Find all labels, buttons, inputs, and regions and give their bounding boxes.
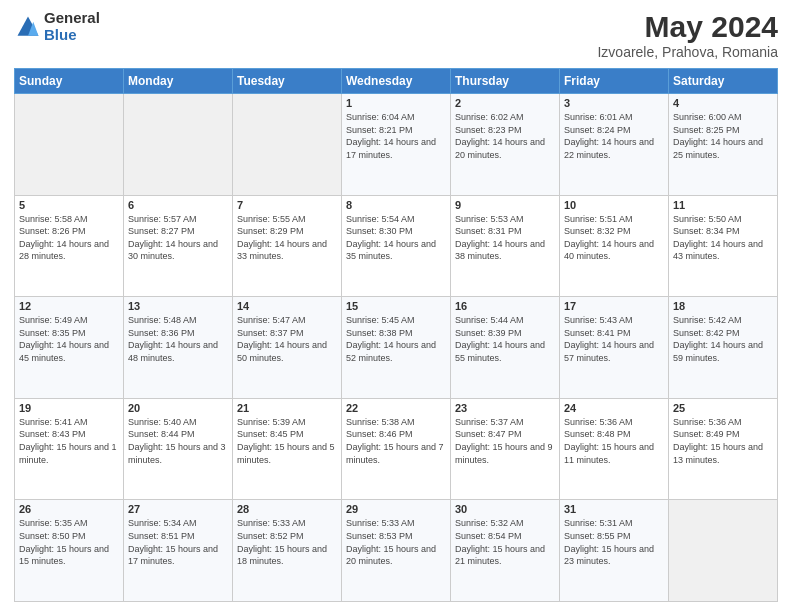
table-row: 26Sunrise: 5:35 AM Sunset: 8:50 PM Dayli… xyxy=(15,500,124,602)
day-info: Sunrise: 5:50 AM Sunset: 8:34 PM Dayligh… xyxy=(673,213,773,263)
table-row: 19Sunrise: 5:41 AM Sunset: 8:43 PM Dayli… xyxy=(15,398,124,500)
table-row: 20Sunrise: 5:40 AM Sunset: 8:44 PM Dayli… xyxy=(124,398,233,500)
table-row: 4Sunrise: 6:00 AM Sunset: 8:25 PM Daylig… xyxy=(669,94,778,196)
table-row xyxy=(669,500,778,602)
table-row: 14Sunrise: 5:47 AM Sunset: 8:37 PM Dayli… xyxy=(233,297,342,399)
table-row: 27Sunrise: 5:34 AM Sunset: 8:51 PM Dayli… xyxy=(124,500,233,602)
day-number: 8 xyxy=(346,199,446,211)
day-number: 16 xyxy=(455,300,555,312)
table-row: 13Sunrise: 5:48 AM Sunset: 8:36 PM Dayli… xyxy=(124,297,233,399)
day-info: Sunrise: 5:35 AM Sunset: 8:50 PM Dayligh… xyxy=(19,517,119,567)
table-row: 5Sunrise: 5:58 AM Sunset: 8:26 PM Daylig… xyxy=(15,195,124,297)
day-info: Sunrise: 5:31 AM Sunset: 8:55 PM Dayligh… xyxy=(564,517,664,567)
col-friday: Friday xyxy=(560,69,669,94)
day-number: 12 xyxy=(19,300,119,312)
calendar-week-row: 26Sunrise: 5:35 AM Sunset: 8:50 PM Dayli… xyxy=(15,500,778,602)
table-row: 17Sunrise: 5:43 AM Sunset: 8:41 PM Dayli… xyxy=(560,297,669,399)
day-number: 28 xyxy=(237,503,337,515)
table-row: 11Sunrise: 5:50 AM Sunset: 8:34 PM Dayli… xyxy=(669,195,778,297)
table-row: 9Sunrise: 5:53 AM Sunset: 8:31 PM Daylig… xyxy=(451,195,560,297)
day-info: Sunrise: 6:04 AM Sunset: 8:21 PM Dayligh… xyxy=(346,111,446,161)
day-info: Sunrise: 5:34 AM Sunset: 8:51 PM Dayligh… xyxy=(128,517,228,567)
table-row: 3Sunrise: 6:01 AM Sunset: 8:24 PM Daylig… xyxy=(560,94,669,196)
day-number: 17 xyxy=(564,300,664,312)
day-number: 20 xyxy=(128,402,228,414)
day-info: Sunrise: 5:48 AM Sunset: 8:36 PM Dayligh… xyxy=(128,314,228,364)
logo-text: General Blue xyxy=(44,10,100,43)
day-number: 26 xyxy=(19,503,119,515)
table-row: 30Sunrise: 5:32 AM Sunset: 8:54 PM Dayli… xyxy=(451,500,560,602)
subtitle: Izvoarele, Prahova, Romania xyxy=(597,44,778,60)
table-row: 16Sunrise: 5:44 AM Sunset: 8:39 PM Dayli… xyxy=(451,297,560,399)
table-row: 24Sunrise: 5:36 AM Sunset: 8:48 PM Dayli… xyxy=(560,398,669,500)
day-number: 31 xyxy=(564,503,664,515)
table-row: 18Sunrise: 5:42 AM Sunset: 8:42 PM Dayli… xyxy=(669,297,778,399)
day-info: Sunrise: 5:45 AM Sunset: 8:38 PM Dayligh… xyxy=(346,314,446,364)
day-info: Sunrise: 5:54 AM Sunset: 8:30 PM Dayligh… xyxy=(346,213,446,263)
col-monday: Monday xyxy=(124,69,233,94)
header: General Blue May 2024 Izvoarele, Prahova… xyxy=(14,10,778,60)
title-block: May 2024 Izvoarele, Prahova, Romania xyxy=(597,10,778,60)
table-row: 22Sunrise: 5:38 AM Sunset: 8:46 PM Dayli… xyxy=(342,398,451,500)
day-number: 6 xyxy=(128,199,228,211)
day-number: 2 xyxy=(455,97,555,109)
calendar-week-row: 19Sunrise: 5:41 AM Sunset: 8:43 PM Dayli… xyxy=(15,398,778,500)
day-info: Sunrise: 5:53 AM Sunset: 8:31 PM Dayligh… xyxy=(455,213,555,263)
table-row: 1Sunrise: 6:04 AM Sunset: 8:21 PM Daylig… xyxy=(342,94,451,196)
day-number: 27 xyxy=(128,503,228,515)
table-row: 10Sunrise: 5:51 AM Sunset: 8:32 PM Dayli… xyxy=(560,195,669,297)
calendar-table: Sunday Monday Tuesday Wednesday Thursday… xyxy=(14,68,778,602)
table-row: 28Sunrise: 5:33 AM Sunset: 8:52 PM Dayli… xyxy=(233,500,342,602)
day-number: 18 xyxy=(673,300,773,312)
table-row: 7Sunrise: 5:55 AM Sunset: 8:29 PM Daylig… xyxy=(233,195,342,297)
day-number: 11 xyxy=(673,199,773,211)
day-info: Sunrise: 5:36 AM Sunset: 8:48 PM Dayligh… xyxy=(564,416,664,466)
day-info: Sunrise: 5:44 AM Sunset: 8:39 PM Dayligh… xyxy=(455,314,555,364)
table-row: 8Sunrise: 5:54 AM Sunset: 8:30 PM Daylig… xyxy=(342,195,451,297)
table-row: 23Sunrise: 5:37 AM Sunset: 8:47 PM Dayli… xyxy=(451,398,560,500)
page: General Blue May 2024 Izvoarele, Prahova… xyxy=(0,0,792,612)
logo-icon xyxy=(14,13,42,41)
day-info: Sunrise: 5:49 AM Sunset: 8:35 PM Dayligh… xyxy=(19,314,119,364)
table-row: 6Sunrise: 5:57 AM Sunset: 8:27 PM Daylig… xyxy=(124,195,233,297)
day-number: 25 xyxy=(673,402,773,414)
day-number: 10 xyxy=(564,199,664,211)
day-info: Sunrise: 5:51 AM Sunset: 8:32 PM Dayligh… xyxy=(564,213,664,263)
logo-general-text: General xyxy=(44,10,100,27)
day-info: Sunrise: 5:58 AM Sunset: 8:26 PM Dayligh… xyxy=(19,213,119,263)
day-info: Sunrise: 5:39 AM Sunset: 8:45 PM Dayligh… xyxy=(237,416,337,466)
day-info: Sunrise: 5:43 AM Sunset: 8:41 PM Dayligh… xyxy=(564,314,664,364)
day-number: 7 xyxy=(237,199,337,211)
logo-blue-text: Blue xyxy=(44,27,100,44)
day-info: Sunrise: 5:38 AM Sunset: 8:46 PM Dayligh… xyxy=(346,416,446,466)
table-row xyxy=(124,94,233,196)
calendar-week-row: 1Sunrise: 6:04 AM Sunset: 8:21 PM Daylig… xyxy=(15,94,778,196)
calendar-week-row: 5Sunrise: 5:58 AM Sunset: 8:26 PM Daylig… xyxy=(15,195,778,297)
day-number: 4 xyxy=(673,97,773,109)
day-number: 24 xyxy=(564,402,664,414)
calendar-week-row: 12Sunrise: 5:49 AM Sunset: 8:35 PM Dayli… xyxy=(15,297,778,399)
calendar-header-row: Sunday Monday Tuesday Wednesday Thursday… xyxy=(15,69,778,94)
col-tuesday: Tuesday xyxy=(233,69,342,94)
col-saturday: Saturday xyxy=(669,69,778,94)
day-info: Sunrise: 5:57 AM Sunset: 8:27 PM Dayligh… xyxy=(128,213,228,263)
table-row: 21Sunrise: 5:39 AM Sunset: 8:45 PM Dayli… xyxy=(233,398,342,500)
col-sunday: Sunday xyxy=(15,69,124,94)
table-row: 15Sunrise: 5:45 AM Sunset: 8:38 PM Dayli… xyxy=(342,297,451,399)
table-row: 29Sunrise: 5:33 AM Sunset: 8:53 PM Dayli… xyxy=(342,500,451,602)
day-number: 30 xyxy=(455,503,555,515)
day-info: Sunrise: 6:02 AM Sunset: 8:23 PM Dayligh… xyxy=(455,111,555,161)
logo: General Blue xyxy=(14,10,100,43)
day-number: 3 xyxy=(564,97,664,109)
day-number: 1 xyxy=(346,97,446,109)
main-title: May 2024 xyxy=(597,10,778,44)
day-number: 21 xyxy=(237,402,337,414)
day-info: Sunrise: 6:00 AM Sunset: 8:25 PM Dayligh… xyxy=(673,111,773,161)
col-wednesday: Wednesday xyxy=(342,69,451,94)
day-number: 15 xyxy=(346,300,446,312)
table-row: 25Sunrise: 5:36 AM Sunset: 8:49 PM Dayli… xyxy=(669,398,778,500)
day-info: Sunrise: 5:41 AM Sunset: 8:43 PM Dayligh… xyxy=(19,416,119,466)
day-info: Sunrise: 5:33 AM Sunset: 8:53 PM Dayligh… xyxy=(346,517,446,567)
day-number: 19 xyxy=(19,402,119,414)
table-row xyxy=(233,94,342,196)
